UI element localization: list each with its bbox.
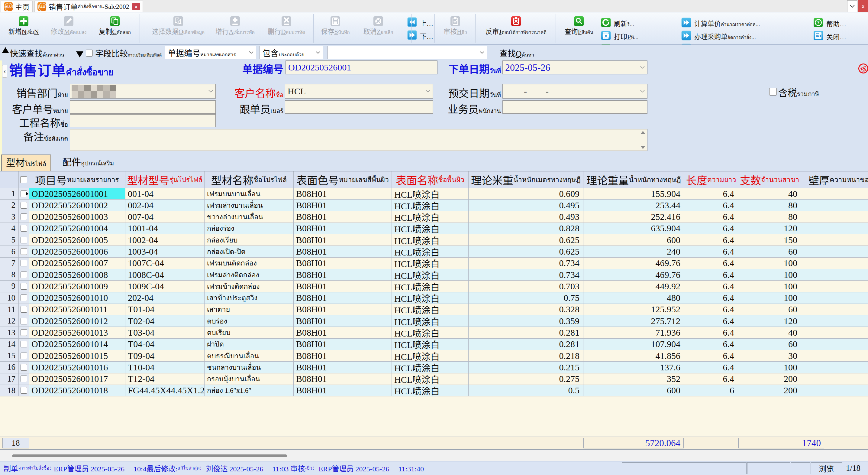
cell[interactable]: B08H01	[294, 200, 392, 211]
cell[interactable]: 0.5	[469, 385, 583, 396]
cell[interactable]: 60	[738, 304, 801, 315]
cell[interactable]: 6	[684, 385, 738, 396]
row-checkbox[interactable]	[21, 353, 27, 359]
cell[interactable]: 202-04	[125, 292, 205, 303]
cell[interactable]: HCL喷涂白	[392, 385, 469, 396]
row-checkbox[interactable]	[21, 387, 27, 394]
cell[interactable]: 6.4	[684, 315, 738, 327]
prev-button[interactable]: 上…	[407, 17, 433, 28]
cell[interactable]: B08H01	[294, 315, 392, 327]
cell[interactable]: T04-04	[125, 339, 205, 350]
cell[interactable]: HCL喷涂白	[392, 234, 469, 245]
cell[interactable]: 352	[583, 374, 684, 385]
cell[interactable]: 6.4	[684, 339, 738, 350]
search-operator-dropdown[interactable]: 包含ประกอบด้วย	[259, 46, 323, 59]
cell[interactable]: 125.952	[583, 304, 684, 315]
cell[interactable]: 275.712	[583, 315, 684, 327]
cell[interactable]: 6.4	[684, 292, 738, 303]
next-button[interactable]: 下…	[407, 30, 433, 41]
cell[interactable]: เสาตาย	[205, 304, 294, 315]
row-checkbox[interactable]	[21, 364, 27, 371]
cell[interactable]: 6.4	[684, 188, 738, 199]
cell[interactable]: B08H01	[294, 258, 392, 269]
cell[interactable]: B08H01	[294, 385, 392, 396]
column-header-0[interactable]	[0, 172, 19, 188]
cell[interactable]: OD20250526001012	[29, 315, 125, 327]
column-header-6[interactable]: 表面名称ชื่อพื้นผิว	[392, 172, 469, 188]
cell[interactable]: 100	[738, 362, 801, 373]
cell[interactable]: 0.734	[469, 269, 583, 280]
print-button[interactable]: 打印Pพิ…	[601, 31, 639, 42]
tab-home[interactable]: ALU 主页	[1, 1, 33, 12]
cell[interactable]: ตบธรณีบานเลื่อน	[205, 350, 294, 361]
cell[interactable]: HCL喷涂白	[392, 280, 469, 292]
cell[interactable]	[801, 362, 868, 373]
horizontal-scrollbar-thumb[interactable]	[12, 454, 287, 457]
cell[interactable]: OD20250526001003	[29, 211, 125, 222]
cell[interactable]: เฟรมล่างติดกล่อง	[205, 269, 294, 280]
column-header-7[interactable]: 理论米重น้ำหนักเมตรทางทฤษฎี	[469, 172, 583, 188]
cell[interactable]: กล่องเรียบ	[205, 234, 294, 245]
cell[interactable]: 240	[583, 246, 684, 257]
cell[interactable]: HCL喷涂白	[392, 362, 469, 373]
cell[interactable]	[801, 211, 868, 222]
cell[interactable]	[801, 234, 868, 245]
cell[interactable]: B08H01	[294, 280, 392, 292]
cell[interactable]: ตบเรียบ	[205, 327, 294, 338]
cell[interactable]: B08H01	[294, 211, 392, 222]
cell[interactable]: B08H01	[294, 234, 392, 245]
cell[interactable]: T03-04	[125, 327, 205, 338]
cell[interactable]: OD20250526001004	[29, 223, 125, 234]
cell[interactable]: 6.4	[684, 269, 738, 280]
column-header-2[interactable]: 项目号หมายเลขรายการ	[29, 172, 125, 188]
cell[interactable]: OD20250526001011	[29, 304, 125, 315]
copy-button[interactable]: 复制Cคัดลอก	[94, 16, 136, 36]
cell[interactable]	[801, 304, 868, 315]
row-checkbox[interactable]	[21, 329, 27, 336]
cell[interactable]: HCL喷涂白	[392, 223, 469, 234]
cell[interactable]: 60	[738, 246, 801, 257]
row-checkbox[interactable]	[21, 202, 27, 209]
cell[interactable]: HCL喷涂白	[392, 374, 469, 385]
column-header-8[interactable]: 理论重量น้ำหนักทางทฤษฎี	[583, 172, 684, 188]
cell[interactable]: HCL喷涂白	[392, 327, 469, 338]
cell[interactable]: 0.625	[469, 246, 583, 257]
column-header-10[interactable]: 支数จำนวนสาขา	[738, 172, 801, 188]
order-date-combo[interactable]: 2025-05-26	[502, 60, 647, 75]
cell[interactable]: 200	[738, 374, 801, 385]
cell[interactable]: ชนกลางบานเลื่อน	[205, 362, 294, 373]
cell[interactable]: 100	[738, 258, 801, 269]
row-checkbox[interactable]	[21, 376, 27, 382]
cell[interactable]: 155.904	[583, 188, 684, 199]
close-button[interactable]: 关闭…	[813, 31, 846, 42]
scroll-up-icon[interactable]	[641, 131, 645, 134]
cell[interactable]: เสาข้างประตูสวิง	[205, 292, 294, 303]
cell[interactable]: 0.495	[469, 200, 583, 211]
cell[interactable]	[801, 188, 868, 199]
cell[interactable]	[801, 223, 868, 234]
select-data-button[interactable]: 选择数据Oเลือกข้อมูล	[142, 16, 215, 36]
calc-price-button[interactable]: 计算单价คำนวณราคาต่อห…	[681, 18, 760, 29]
cell[interactable]: 71.936	[583, 327, 684, 338]
search-value-combobox[interactable]	[328, 46, 487, 59]
cell[interactable]: OD20250526001005	[29, 234, 125, 245]
cell[interactable]: ตบร่อง	[205, 315, 294, 327]
cell[interactable]: 6.4	[684, 234, 738, 245]
cell[interactable]: 120	[738, 223, 801, 234]
cell[interactable]: OD20250526001006	[29, 246, 125, 257]
cell[interactable]: B08H01	[294, 246, 392, 257]
row-checkbox[interactable]	[21, 213, 27, 220]
cell[interactable]: HCL喷涂白	[392, 258, 469, 269]
cell[interactable]: 1001-04	[125, 223, 205, 234]
tab-sales-order[interactable]: ALU 销售订单คำสั่งซื้อขาย-Sale2002 x	[34, 1, 143, 12]
cell[interactable]: ขวางล่างบานเลื่อน	[205, 211, 294, 222]
cell[interactable]: 100	[738, 269, 801, 280]
cell[interactable]: 253.44	[583, 200, 684, 211]
cell[interactable]: T12-04	[125, 374, 205, 385]
cell[interactable]: B08H01	[294, 374, 392, 385]
cell[interactable]: เฟรมล่างบานเลื่อน	[205, 200, 294, 211]
doc-no-input[interactable]: OD20250526001	[285, 60, 437, 75]
cell[interactable]: ฝาปิด	[205, 339, 294, 350]
column-header-11[interactable]: 壁厚ความหนาของ	[801, 172, 868, 188]
collapse-panel-icon[interactable]	[2, 47, 9, 53]
